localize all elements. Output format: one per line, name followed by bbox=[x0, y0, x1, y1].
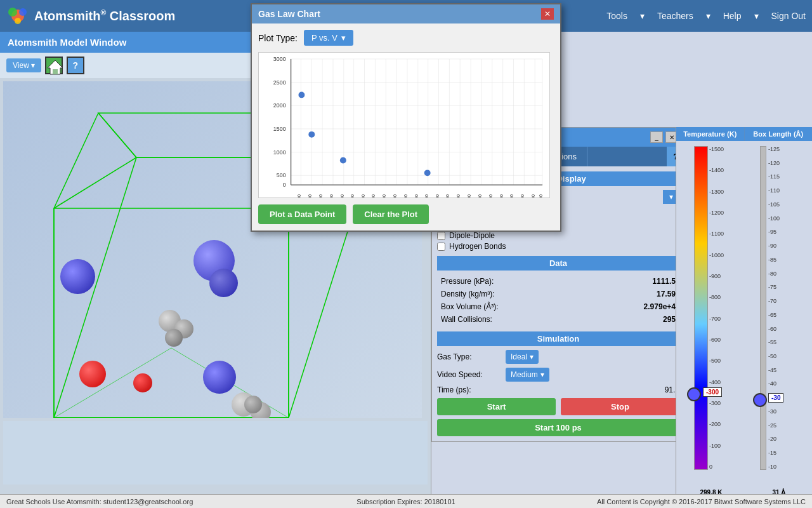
molecule-7 bbox=[79, 361, 106, 387]
molecule-6 bbox=[165, 329, 183, 347]
svg-point-1 bbox=[8, 8, 17, 17]
sim-buttons: Start Stop bbox=[437, 398, 679, 415]
temp-slider-handle[interactable] bbox=[687, 387, 701, 401]
hydrogen-checkbox[interactable] bbox=[437, 243, 445, 251]
start-button[interactable]: Start bbox=[437, 398, 556, 415]
stop-button[interactable]: Stop bbox=[561, 398, 679, 415]
data-point-4 bbox=[424, 170, 431, 176]
chart-buttons: Plot a Data Point Clear the Plot bbox=[258, 204, 554, 224]
svg-text:150000: 150000 bbox=[414, 194, 419, 197]
pressure-value: 1111.5 bbox=[589, 276, 678, 287]
table-row: Box Volume (Å³): 2.979e+4 bbox=[438, 301, 678, 312]
temp-slider-col: -1500-1400-1300-1200-1100 -1000-900-800-… bbox=[676, 141, 746, 498]
svg-line-12 bbox=[98, 113, 136, 157]
table-row: Pressure (kPa): 1111.5 bbox=[438, 276, 678, 287]
nav-teachers[interactable]: Teachers bbox=[657, 11, 693, 21]
status-right: All Content is Copyright © 2016-2017 Bit… bbox=[539, 498, 812, 505]
svg-text:500: 500 bbox=[277, 172, 286, 178]
plot-type-select[interactable]: P vs. V ▾ bbox=[304, 30, 353, 46]
help-icon[interactable]: ? bbox=[67, 57, 84, 74]
box-volume-value: 2.979e+4 bbox=[589, 301, 678, 312]
svg-text:137500: 137500 bbox=[403, 194, 408, 197]
dipole-checkbox[interactable] bbox=[437, 232, 445, 240]
svg-text:3000: 3000 bbox=[273, 56, 286, 62]
dialog-title: Gas Law Chart bbox=[258, 9, 320, 19]
lab-window-controls: _ ✕ bbox=[650, 131, 678, 143]
wall-collisions-label: Wall Collisions: bbox=[438, 314, 588, 325]
sliders-header: Temperature (K) Box Length (Å) bbox=[676, 127, 812, 141]
svg-text:1500: 1500 bbox=[273, 126, 286, 132]
nav-help-chevron: ▾ bbox=[754, 11, 759, 21]
dialog-close-button[interactable]: ✕ bbox=[541, 8, 554, 20]
svg-text:12500: 12500 bbox=[297, 194, 301, 197]
temp-track bbox=[694, 146, 708, 470]
chart-area: 0 500 1000 1500 2000 2500 3000 12500 250… bbox=[258, 52, 550, 198]
hydrogen-label: Hydrogen Bonds bbox=[449, 242, 506, 251]
nav-tools[interactable]: Tools bbox=[606, 11, 627, 21]
nav-help[interactable]: Help bbox=[723, 11, 742, 21]
time-label: Time (ps): bbox=[437, 385, 471, 394]
pressure-label: Pressure (kPa): bbox=[438, 276, 588, 287]
box-track bbox=[760, 146, 766, 470]
video-speed-chevron-icon: ▾ bbox=[540, 370, 544, 379]
model-window-title: Atomsmith Model Window bbox=[8, 37, 126, 48]
data-table: Pressure (kPa): 1111.5 Density (kg/m³): … bbox=[437, 274, 679, 326]
density-value: 17.59 bbox=[589, 288, 678, 300]
sliders-body: -1500-1400-1300-1200-1100 -1000-900-800-… bbox=[676, 141, 812, 498]
start100-button[interactable]: Start 100 ps bbox=[437, 419, 679, 436]
box-slider-col: -125-120-115-110-105 -100-95-90-85-80 -7… bbox=[746, 141, 812, 498]
svg-text:212500: 212500 bbox=[467, 194, 471, 197]
box-slider-header: Box Length (Å) bbox=[745, 127, 813, 141]
video-speed-select[interactable]: Medium ▾ bbox=[506, 368, 549, 382]
temp-tick-labels: -1500-1400-1300-1200-1100 -1000-900-800-… bbox=[709, 146, 724, 470]
molecule-9 bbox=[203, 361, 236, 394]
view-chevron-icon: ▾ bbox=[31, 61, 35, 70]
svg-text:62500: 62500 bbox=[340, 194, 344, 197]
data-section-header: Data bbox=[437, 256, 679, 271]
gas-chart-dialog: Gas Law Chart ✕ Plot Type: P vs. V ▾ bbox=[251, 3, 561, 232]
view-button[interactable]: View ▾ bbox=[6, 58, 41, 72]
plot-type-chevron-icon: ▾ bbox=[341, 33, 346, 43]
molecule-3 bbox=[209, 269, 238, 297]
home-icon[interactable] bbox=[45, 57, 63, 74]
svg-text:287500: 287500 bbox=[531, 194, 535, 197]
gas-type-select[interactable]: Ideal ▾ bbox=[506, 350, 539, 364]
dialog-header: Gas Law Chart ✕ bbox=[252, 4, 560, 23]
plot-type-row: Plot Type: P vs. V ▾ bbox=[258, 30, 554, 46]
molecule-12 bbox=[244, 396, 262, 413]
svg-line-8 bbox=[54, 113, 98, 208]
viewport-bottom bbox=[3, 421, 428, 485]
svg-text:2500: 2500 bbox=[273, 79, 286, 86]
minimize-button[interactable]: _ bbox=[650, 131, 663, 143]
data-point-3 bbox=[340, 157, 346, 164]
svg-text:100000: 100000 bbox=[371, 194, 376, 197]
molecule-8 bbox=[133, 373, 152, 392]
svg-line-21 bbox=[54, 348, 171, 418]
svg-text:237500: 237500 bbox=[488, 194, 493, 197]
svg-line-15 bbox=[54, 157, 136, 208]
table-row: Density (kg/m³): 17.59 bbox=[438, 288, 678, 300]
nav-links: Tools ▾ Teachers ▾ Help ▾ Sign Out bbox=[606, 11, 806, 21]
gas-type-label: Gas Type: bbox=[437, 352, 501, 361]
time-row: Time (ps): 91.1 bbox=[437, 385, 679, 394]
status-bar: Great Schools Use Atomsmith: student123@… bbox=[0, 494, 812, 508]
temp-handle-label: -300 bbox=[703, 387, 722, 397]
plot-data-point-button[interactable]: Plot a Data Point bbox=[258, 204, 346, 224]
svg-text:187500: 187500 bbox=[445, 194, 450, 197]
clear-plot-button[interactable]: Clear the Plot bbox=[353, 204, 429, 224]
molecule-1 bbox=[60, 259, 95, 294]
sliders-panel: Temperature (K) Box Length (Å) -1500-140… bbox=[676, 127, 812, 498]
temp-slider-header: Temperature (K) bbox=[676, 127, 745, 141]
nav-signout[interactable]: Sign Out bbox=[771, 11, 806, 21]
box-slider-handle[interactable] bbox=[753, 393, 767, 407]
svg-text:37500: 37500 bbox=[318, 194, 323, 197]
svg-text:2000: 2000 bbox=[273, 102, 286, 109]
dropdown-chevron-icon: ▾ bbox=[669, 192, 673, 201]
video-speed-label: Video Speed: bbox=[437, 370, 501, 379]
plot-type-value: P vs. V bbox=[311, 33, 337, 43]
app-title: Atomsmith® Classroom bbox=[34, 8, 175, 23]
svg-point-3 bbox=[15, 18, 21, 24]
chart-svg: 0 500 1000 1500 2000 2500 3000 12500 250… bbox=[259, 53, 549, 197]
status-mid: Subscription Expires: 20180101 bbox=[273, 498, 539, 505]
table-row: Wall Collisions: 295 bbox=[438, 314, 678, 325]
